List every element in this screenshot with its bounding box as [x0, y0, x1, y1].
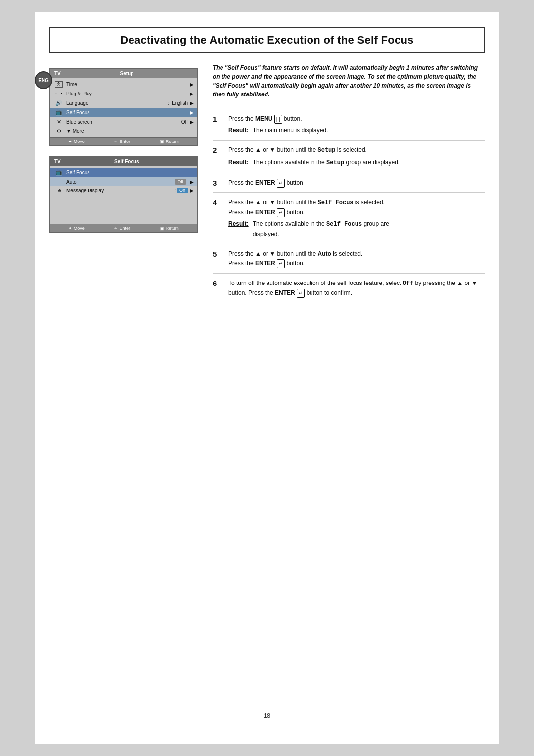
empty-row-3	[50, 213, 197, 222]
result-text-2: The options available in the Setup group…	[253, 158, 400, 168]
menu-row-plug: ⋮⋮ Plug & Play ▶	[50, 89, 197, 98]
result-label-2: Result:	[228, 158, 249, 168]
right-column: The "Self Focus" feature starts on defau…	[213, 63, 485, 303]
off-badge: Off	[175, 179, 186, 185]
menu-row-sf-title: 📺 Self Focus	[50, 168, 197, 177]
auto-label: Auto	[66, 179, 175, 185]
msgdisplay-icon: 🖥	[53, 188, 64, 193]
menu-label-more: ▼ More	[66, 128, 194, 134]
step-1-text: Press the MENU ||| button.	[228, 115, 302, 122]
footer-move-2: ✦ Move	[68, 226, 85, 231]
screen2-footer: ✦ Move ↵ Enter ▣ Return	[50, 224, 197, 232]
step-2-text: Press the ▲ or ▼ button until the Setup …	[228, 146, 367, 153]
enter-symbol-6: ↵	[297, 289, 305, 298]
eng-badge: ENG	[35, 71, 52, 89]
empty-row-2	[50, 204, 197, 213]
footer-enter-2: ↵ Enter	[114, 226, 130, 231]
step-4-result: Result: The options available in the Sel…	[228, 219, 485, 238]
menu-row-bluescreen: ✕ Blue screen : Off ▶	[50, 117, 197, 127]
left-column: TV Setup ⏱ Time ▶ ⋮⋮ Plug & Play ▶	[49, 68, 198, 303]
footer-return-1: ▣ Return	[160, 139, 179, 144]
screen2-selffocus-label: Self Focus	[61, 159, 193, 164]
screen2-header: TV Self Focus	[50, 157, 197, 166]
step-4: 4 Press the ▲ or ▼ button until the Self…	[213, 193, 485, 244]
step-6-text: To turn off the automatic execution of t…	[228, 280, 477, 296]
arrow-bluescreen: ▶	[190, 119, 194, 125]
menu-label-time: Time	[66, 82, 190, 87]
result-label-1: Result:	[228, 126, 249, 135]
empty-row-1	[50, 195, 197, 204]
footer-move-1: ✦ Move	[68, 139, 85, 144]
more-icon: ⚙	[53, 128, 64, 134]
step-3: 3 Press the ENTER ↵ button	[213, 173, 485, 193]
step-2-content: Press the ▲ or ▼ button until the Setup …	[228, 145, 485, 167]
screen1-header: TV Setup	[50, 69, 197, 78]
step-6: 6 To turn off the automatic execution of…	[213, 274, 485, 303]
sf-title-label: Self Focus	[66, 170, 194, 175]
step-4-number: 4	[213, 198, 222, 207]
title-bar: Deactivating the Automatic Execution of …	[49, 27, 485, 53]
enter-symbol-5: ↵	[277, 259, 285, 268]
sf-title-icon: 📺	[53, 169, 64, 176]
menu-row-more: ⚙ ▼ More	[50, 127, 197, 135]
content-area: TV Setup ⏱ Time ▶ ⋮⋮ Plug & Play ▶	[49, 63, 485, 303]
screen1-tv-label: TV	[54, 71, 61, 76]
step-6-content: To turn off the automatic execution of t…	[228, 279, 485, 298]
arrow-language: ▶	[190, 100, 194, 106]
step-4-text: Press the ▲ or ▼ button until the Self F…	[228, 199, 385, 216]
screen1-setup-label: Setup	[61, 71, 193, 76]
footer-return-2: ▣ Return	[160, 226, 179, 231]
selffocus-icon: 📺	[53, 109, 64, 116]
menu-symbol-1: |||	[274, 115, 282, 124]
tv-screen-1: TV Setup ⏱ Time ▶ ⋮⋮ Plug & Play ▶	[49, 68, 198, 146]
language-icon: 🔊	[53, 100, 64, 106]
tv-screen-2: TV Self Focus 📺 Self Focus Auto Off	[49, 156, 198, 233]
page-title: Deactivating the Automatic Execution of …	[60, 34, 474, 47]
on-badge: On	[177, 188, 188, 193]
step-1-content: Press the MENU ||| button. Result: The m…	[228, 114, 485, 135]
step-3-text: Press the ENTER ↵ button	[228, 179, 303, 186]
screen1-footer: ✦ Move ↵ Enter ▣ Return	[50, 137, 197, 145]
page: ENG Deactivating the Automatic Execution…	[35, 12, 499, 744]
menu-row-auto: Auto Off ▶	[50, 177, 197, 186]
intro-text: The "Self Focus" feature starts on defau…	[213, 63, 485, 99]
menu-label-plug: Plug & Play	[66, 91, 190, 96]
menu-label-selffocus: Self Focus	[66, 110, 190, 115]
step-4-content: Press the ▲ or ▼ button until the Self F…	[228, 198, 485, 239]
result-label-4: Result:	[228, 219, 249, 238]
step-2-number: 2	[213, 146, 222, 154]
arrow-auto: ▶	[190, 179, 194, 185]
step-5-text: Press the ▲ or ▼ button until the Auto i…	[228, 250, 362, 267]
step-1-result: Result: The main menu is displayed.	[228, 126, 485, 135]
result-text-1: The main menu is displayed.	[253, 126, 328, 135]
page-number-text: 18	[264, 712, 270, 719]
step-5: 5 Press the ▲ or ▼ button until the Auto…	[213, 244, 485, 274]
eng-label: ENG	[38, 78, 49, 83]
step-2: 2 Press the ▲ or ▼ button until the Setu…	[213, 141, 485, 173]
step-1-number: 1	[213, 115, 222, 123]
step-5-content: Press the ▲ or ▼ button until the Auto i…	[228, 249, 485, 268]
step-3-number: 3	[213, 179, 222, 187]
arrow-time: ▶	[190, 82, 194, 87]
bluescreen-icon: ✕	[53, 119, 64, 125]
bluescreen-value: : Off	[178, 119, 188, 125]
plug-icon: ⋮⋮	[53, 91, 64, 97]
step-3-content: Press the ENTER ↵ button	[228, 178, 485, 188]
step-2-result: Result: The options available in the Set…	[228, 158, 485, 168]
screen1-menu-body: ⏱ Time ▶ ⋮⋮ Plug & Play ▶ 🔊 Language	[50, 78, 197, 137]
menu-row-msgdisplay: 🖥 Message Display : On ▶	[50, 186, 197, 195]
screen2-menu-body: 📺 Self Focus Auto Off ▶ 🖥 Message	[50, 166, 197, 224]
enter-symbol-4: ↵	[277, 208, 285, 217]
menu-row-time: ⏱ Time ▶	[50, 80, 197, 89]
menu-row-selffocus: 📺 Self Focus ▶	[50, 108, 197, 117]
arrow-plug: ▶	[190, 91, 194, 96]
time-icon: ⏱	[53, 81, 64, 88]
page-number: 18	[35, 702, 499, 729]
menu-row-language: 🔊 Language : English ▶	[50, 98, 197, 108]
step-5-number: 5	[213, 250, 222, 258]
step-1: 1 Press the MENU ||| button. Result: The…	[213, 109, 485, 141]
arrow-selffocus: ▶	[190, 110, 194, 115]
screen2-tv-label: TV	[54, 159, 61, 164]
menu-label-bluescreen: Blue screen	[66, 119, 178, 125]
menu-label-language: Language	[66, 100, 168, 106]
